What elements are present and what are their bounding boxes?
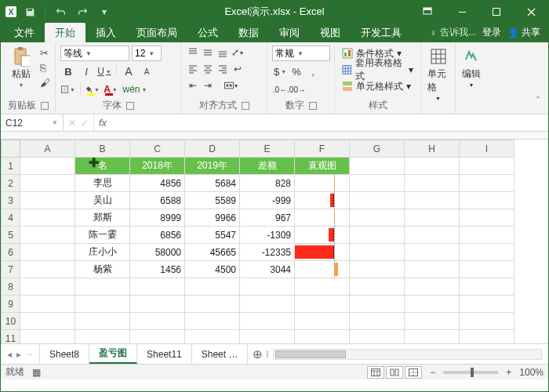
- horizontal-scrollbar[interactable]: ⁞: [273, 349, 542, 360]
- font-color-button[interactable]: A▼: [103, 82, 118, 97]
- ribbon-options-icon[interactable]: [410, 1, 445, 23]
- col-header[interactable]: B: [75, 140, 130, 158]
- font-size-combo[interactable]: 12▼: [132, 45, 162, 61]
- cell[interactable]: 45665: [185, 244, 240, 261]
- row-header[interactable]: 7: [2, 261, 20, 278]
- row-header[interactable]: 11: [2, 330, 20, 344]
- cell[interactable]: 李思: [75, 175, 130, 192]
- paste-button[interactable]: 粘贴▼: [5, 45, 37, 89]
- editing-group-button[interactable]: 编辑▼: [460, 45, 482, 89]
- view-page-layout-button[interactable]: [386, 366, 403, 379]
- bold-button[interactable]: B: [60, 64, 76, 79]
- comma-format-button[interactable]: ,: [305, 64, 321, 79]
- cell[interactable]: [20, 192, 75, 209]
- cell[interactable]: 828: [240, 175, 295, 192]
- tab-insert[interactable]: 插入: [85, 23, 126, 42]
- format-painter-icon[interactable]: 🖌: [40, 77, 50, 89]
- align-top-button[interactable]: [186, 45, 200, 60]
- new-sheet-button[interactable]: ⊕: [248, 347, 267, 361]
- cell[interactable]: [20, 244, 75, 261]
- row-header[interactable]: 3: [2, 192, 20, 209]
- sheet-nav-last-icon[interactable]: ▸: [16, 349, 21, 360]
- accounting-format-button[interactable]: $▼: [272, 64, 288, 79]
- col-header[interactable]: C: [130, 140, 185, 158]
- databar-cell[interactable]: [295, 261, 350, 278]
- spreadsheet-grid[interactable]: A B C D E F G H I 1 名 2018年 2019年 差额 直观图…: [1, 140, 514, 343]
- sheet-tab[interactable]: 盈亏图: [89, 344, 137, 364]
- cell[interactable]: -12335: [240, 244, 295, 261]
- decrease-decimal-button[interactable]: .00→: [289, 82, 304, 97]
- cell[interactable]: [20, 175, 75, 192]
- tab-formulas[interactable]: 公式: [187, 23, 228, 42]
- row-header[interactable]: 4: [2, 209, 20, 227]
- phonetic-button[interactable]: wén▼: [127, 82, 143, 97]
- name-box[interactable]: C12▼: [1, 114, 64, 131]
- save-icon[interactable]: [21, 3, 38, 20]
- tab-developer[interactable]: 开发工具: [351, 23, 412, 42]
- cell[interactable]: 8999: [130, 209, 185, 227]
- orientation-button[interactable]: ⤢▼: [231, 45, 245, 60]
- minimize-button[interactable]: [445, 1, 479, 23]
- cell[interactable]: 5547: [185, 227, 240, 244]
- font-name-combo[interactable]: 等线▼: [60, 45, 129, 61]
- row-header[interactable]: 2: [2, 175, 20, 192]
- row-header[interactable]: 5: [2, 227, 20, 244]
- align-center-button[interactable]: [201, 62, 215, 76]
- databar-cell[interactable]: [295, 209, 350, 227]
- zoom-slider[interactable]: [443, 371, 498, 374]
- align-middle-button[interactable]: [201, 45, 215, 60]
- row-header[interactable]: 6: [2, 244, 20, 261]
- sheet-nav-first-icon[interactable]: ◂: [7, 349, 12, 360]
- format-as-table-button[interactable]: 套用表格格式▾: [340, 62, 416, 78]
- tab-view[interactable]: 视图: [310, 23, 351, 42]
- cell[interactable]: [20, 227, 75, 244]
- col-header[interactable]: D: [185, 140, 240, 158]
- align-left-button[interactable]: [186, 62, 200, 76]
- cell[interactable]: 差额: [240, 158, 295, 175]
- zoom-in-button[interactable]: +: [506, 367, 511, 378]
- row-header[interactable]: 10: [2, 313, 20, 330]
- decrease-indent-button[interactable]: ⇤: [186, 78, 200, 93]
- share-button[interactable]: 👤共享: [507, 26, 540, 39]
- maximize-button[interactable]: [479, 1, 514, 23]
- qat-customize-icon[interactable]: ▾: [96, 3, 113, 20]
- cell[interactable]: 名: [75, 158, 130, 175]
- tab-home[interactable]: 开始: [45, 23, 85, 42]
- row-header[interactable]: 1: [2, 158, 20, 175]
- databar-cell[interactable]: [295, 244, 350, 261]
- align-launcher-icon[interactable]: [242, 102, 249, 110]
- sheet-tab[interactable]: Sheet11: [137, 344, 192, 364]
- fill-color-button[interactable]: ▼: [85, 82, 100, 97]
- italic-button[interactable]: I: [78, 64, 94, 79]
- cancel-formula-icon[interactable]: ✕: [68, 118, 76, 129]
- undo-icon[interactable]: [52, 3, 69, 20]
- wrap-text-button[interactable]: ↩: [231, 62, 245, 76]
- row-header[interactable]: 8: [2, 278, 20, 296]
- cell[interactable]: -999: [240, 192, 295, 209]
- formula-bar[interactable]: [111, 114, 548, 131]
- clipboard-launcher-icon[interactable]: [41, 102, 49, 110]
- cell[interactable]: [20, 209, 75, 227]
- underline-button[interactable]: U▼: [96, 64, 112, 79]
- cell[interactable]: 郑斯: [75, 209, 130, 227]
- tab-data[interactable]: 数据: [228, 23, 269, 42]
- fx-icon[interactable]: fx: [94, 114, 111, 131]
- cell[interactable]: 6588: [130, 192, 185, 209]
- tell-me-search[interactable]: ♀告诉我...: [430, 26, 476, 39]
- cell[interactable]: 吴山: [75, 192, 130, 209]
- cell[interactable]: 5589: [185, 192, 240, 209]
- cells-group-button[interactable]: 单元格▼: [426, 45, 450, 103]
- cell[interactable]: 9966: [185, 209, 240, 227]
- increase-decimal-button[interactable]: .0←: [272, 82, 288, 97]
- grow-font-button[interactable]: A: [121, 64, 136, 79]
- font-launcher-icon[interactable]: [126, 102, 134, 110]
- cell[interactable]: 967: [240, 209, 295, 227]
- cell[interactable]: 5684: [185, 175, 240, 192]
- number-launcher-icon[interactable]: [309, 102, 317, 110]
- tab-review[interactable]: 审阅: [269, 23, 310, 42]
- row-header[interactable]: 9: [2, 296, 20, 313]
- collapse-ribbon-icon[interactable]: ⌃: [533, 93, 544, 104]
- align-right-button[interactable]: [216, 62, 230, 76]
- copy-icon[interactable]: ⎘: [40, 62, 50, 74]
- databar-cell[interactable]: [295, 192, 350, 209]
